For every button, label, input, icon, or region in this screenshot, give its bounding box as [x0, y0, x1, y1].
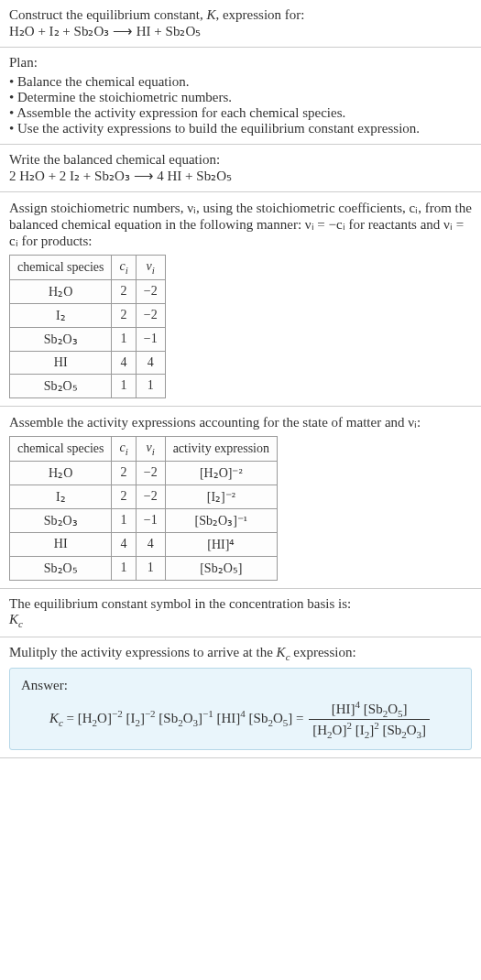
- assign-table: chemical species ci νi H₂O 2 −2 I₂ 2 −2 …: [9, 255, 166, 398]
- cell-ci: 2: [112, 461, 136, 485]
- plan-item: Determine the stoichiometric numbers.: [9, 90, 472, 105]
- cell-species: I₂: [10, 303, 112, 327]
- activity-table: chemical species ci νi activity expressi…: [9, 436, 278, 581]
- plan-item: Assemble the activity expression for eac…: [9, 105, 472, 121]
- answer-label: Answer:: [21, 678, 460, 693]
- answer-box: Answer: Kc = [H2O]−2 [I2]−2 [Sb2O3]−1 [H…: [9, 668, 472, 750]
- col-activity: activity expression: [165, 436, 277, 461]
- plan-heading: Plan:: [9, 55, 472, 71]
- cell-vi: 4: [136, 532, 165, 556]
- prompt-section: Construct the equilibrium constant, K, e…: [0, 0, 481, 48]
- col-vi: νi: [136, 256, 165, 280]
- cell-species: Sb₂O₃: [10, 327, 112, 351]
- answer-fraction: [HI]4 [Sb2O5] [H2O]2 [I2]2 [Sb2O3]: [309, 699, 430, 740]
- cell-species: H₂O: [10, 461, 112, 485]
- answer-equation: Kc = [H2O]−2 [I2]−2 [Sb2O3]−1 [HI]4 [Sb2…: [21, 699, 460, 740]
- answer-denominator: [H2O]2 [I2]2 [Sb2O3]: [309, 720, 430, 740]
- answer-numerator: [HI]4 [Sb2O5]: [309, 699, 430, 720]
- cell-ci: 2: [112, 485, 136, 508]
- prompt-line1: Construct the equilibrium constant, K, e…: [9, 7, 472, 23]
- cell-vi: −2: [136, 461, 165, 485]
- plan-item: Balance the chemical equation.: [9, 74, 472, 90]
- answer-section: Mulitply the activity expressions to arr…: [0, 637, 481, 758]
- plan-list: Balance the chemical equation. Determine…: [9, 74, 472, 136]
- cell-vi: −1: [136, 327, 165, 351]
- table-row: H₂O 2 −2: [10, 279, 166, 303]
- cell-activity: [Sb₂O₃]⁻¹: [165, 508, 277, 532]
- prompt-equation: H₂O + I₂ + Sb₂O₃ ⟶ HI + Sb₂O₅: [9, 23, 472, 39]
- balanced-intro: Write the balanced chemical equation:: [9, 152, 472, 168]
- balanced-equation: 2 H₂O + 2 I₂ + Sb₂O₃ ⟶ 4 HI + Sb₂O₅: [9, 168, 472, 184]
- assign-text: Assign stoichiometric numbers, νᵢ, using…: [9, 200, 472, 249]
- cell-species: HI: [10, 351, 112, 374]
- cell-vi: 1: [136, 374, 165, 397]
- table-header-row: chemical species ci νi activity expressi…: [10, 436, 278, 461]
- table-row: Sb₂O₃ 1 −1: [10, 327, 166, 351]
- table-row: H₂O 2 −2 [H₂O]⁻²: [10, 461, 278, 485]
- col-species: chemical species: [10, 436, 112, 461]
- cell-ci: 1: [112, 327, 136, 351]
- table-row: I₂ 2 −2: [10, 303, 166, 327]
- cell-vi: 4: [136, 351, 165, 374]
- table-row: Sb₂O₅ 1 1 [Sb₂O₅]: [10, 556, 278, 580]
- cell-activity: [HI]⁴: [165, 532, 277, 556]
- cell-ci: 4: [112, 351, 136, 374]
- col-vi: νi: [136, 436, 165, 461]
- table-row: HI 4 4 [HI]⁴: [10, 532, 278, 556]
- col-species: chemical species: [10, 256, 112, 280]
- multiply-text: Mulitply the activity expressions to arr…: [9, 645, 472, 662]
- balanced-section: Write the balanced chemical equation: 2 …: [0, 145, 481, 192]
- cell-species: H₂O: [10, 279, 112, 303]
- cell-species: I₂: [10, 485, 112, 508]
- activity-text: Assemble the activity expressions accoun…: [9, 414, 472, 430]
- col-ci: ci: [112, 436, 136, 461]
- cell-activity: [I₂]⁻²: [165, 485, 277, 508]
- cell-species: Sb₂O₅: [10, 374, 112, 397]
- cell-species: Sb₂O₃: [10, 508, 112, 532]
- cell-ci: 2: [112, 279, 136, 303]
- table-header-row: chemical species ci νi: [10, 256, 166, 280]
- table-row: Sb₂O₅ 1 1: [10, 374, 166, 397]
- assign-section: Assign stoichiometric numbers, νᵢ, using…: [0, 192, 481, 407]
- cell-activity: [Sb₂O₅]: [165, 556, 277, 580]
- cell-vi: −2: [136, 279, 165, 303]
- cell-vi: −2: [136, 303, 165, 327]
- cell-activity: [H₂O]⁻²: [165, 461, 277, 485]
- cell-vi: −2: [136, 485, 165, 508]
- plan-item: Use the activity expressions to build th…: [9, 121, 472, 136]
- symbol-section: The equilibrium constant symbol in the c…: [0, 589, 481, 637]
- table-row: HI 4 4: [10, 351, 166, 374]
- cell-ci: 1: [112, 374, 136, 397]
- col-ci: ci: [112, 256, 136, 280]
- activity-section: Assemble the activity expressions accoun…: [0, 407, 481, 589]
- cell-ci: 1: [112, 508, 136, 532]
- symbol-text: The equilibrium constant symbol in the c…: [9, 596, 472, 612]
- cell-ci: 4: [112, 532, 136, 556]
- plan-section: Plan: Balance the chemical equation. Det…: [0, 48, 481, 145]
- cell-vi: −1: [136, 508, 165, 532]
- cell-ci: 2: [112, 303, 136, 327]
- cell-vi: 1: [136, 556, 165, 580]
- table-row: Sb₂O₃ 1 −1 [Sb₂O₃]⁻¹: [10, 508, 278, 532]
- symbol-value: Kc: [9, 612, 472, 629]
- cell-species: Sb₂O₅: [10, 556, 112, 580]
- table-row: I₂ 2 −2 [I₂]⁻²: [10, 485, 278, 508]
- cell-species: HI: [10, 532, 112, 556]
- cell-ci: 1: [112, 556, 136, 580]
